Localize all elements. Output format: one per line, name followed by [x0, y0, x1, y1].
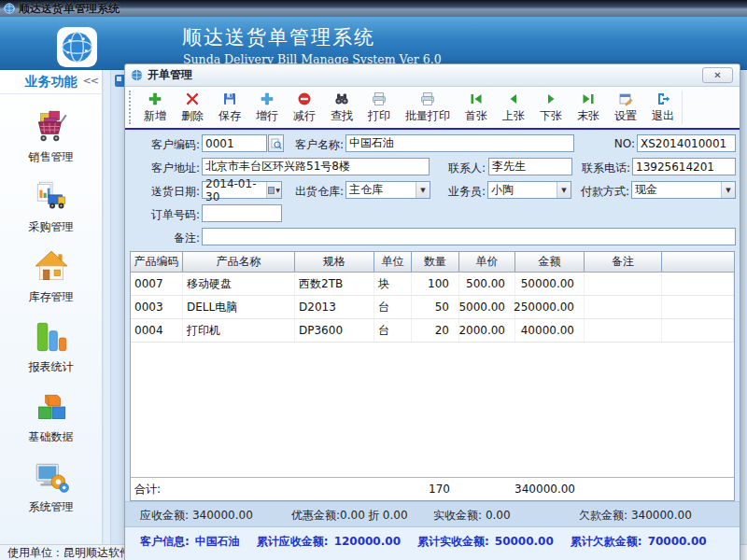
cell-qty: 20	[412, 319, 459, 342]
cell-unit: 块	[374, 273, 412, 295]
cell-remark	[585, 319, 662, 342]
cell-price: 5000.00	[459, 296, 515, 318]
app-banner: 顺达送货单管理系统 Sunda Delivery Bill Manage Sys…	[0, 17, 747, 70]
salesman-select[interactable]: 小陶 ▼	[487, 181, 571, 199]
sidebar-item-label: 销售管理	[29, 149, 74, 165]
cell-spec: 西数2TB	[295, 273, 374, 295]
cell-name: 移动硬盘	[183, 273, 295, 295]
toolbar-button-find[interactable]: 查找	[323, 87, 360, 128]
sidebar-item-reports[interactable]: 报表统计	[0, 312, 102, 382]
cum-debt-value: 70000.00	[648, 535, 707, 548]
cell-qty: 100	[412, 273, 459, 295]
chevron-down-icon: ▼	[721, 182, 735, 198]
sidebar-item-label: 采购管理	[29, 219, 74, 235]
sidebar-item-sales[interactable]: 销售管理	[0, 102, 102, 172]
cum-receivable-value: 120000.00	[334, 535, 401, 548]
customer-info-name: 中国石油	[195, 535, 240, 548]
customer-info-bar: 客户信息:中国石油累计应收金额:120000.00累计实收金额:50000.00…	[125, 526, 740, 560]
sidebar-item-label: 报表统计	[29, 359, 74, 375]
customer-address-input[interactable]	[202, 158, 430, 175]
close-icon: ✕	[713, 70, 721, 80]
cell-remark	[585, 296, 662, 318]
header-spec: 规格	[295, 252, 374, 272]
customer-info-label: 客户信息:	[140, 535, 190, 548]
toolbar-button-save[interactable]: 保存	[211, 87, 248, 128]
cell-code: 0003	[131, 296, 183, 318]
delivery-date-picker[interactable]: 2014-01-30 ▼	[202, 181, 282, 199]
sidebar-item-basedata[interactable]: 基础数据	[0, 382, 102, 452]
table-row[interactable]: 0004 打印机 DP3600 台 20 2000.00 40000.00	[131, 319, 734, 343]
settings-icon	[618, 91, 633, 106]
globe-icon	[4, 3, 15, 14]
toolbar-button-print[interactable]: 打印	[360, 87, 398, 128]
toolbar-button-last[interactable]: 末张	[570, 87, 607, 128]
app-logo-globe-icon	[56, 26, 98, 68]
customer-name-label: 客户名称:	[280, 137, 344, 153]
customer-name-input[interactable]	[345, 134, 574, 152]
dialog-title: 开单管理	[148, 67, 192, 83]
sidebar-item-system[interactable]: 系统管理	[0, 452, 102, 522]
toolbar-button-exit[interactable]: 退出	[644, 87, 682, 128]
toolbar-button-new[interactable]: 新增	[136, 87, 174, 128]
cell-amount: 40000.00	[515, 319, 585, 342]
toolbar-button-next[interactable]: 下张	[532, 87, 570, 128]
table-row[interactable]: 0003 DELL电脑 D2013 台 50 5000.00 250000.00	[131, 296, 734, 319]
printer-icon	[372, 91, 387, 106]
order-no-input[interactable]	[202, 204, 282, 222]
bar-chart-icon	[32, 317, 71, 357]
remove-row-icon	[297, 91, 312, 106]
sidebar-item-purchase[interactable]: 采购管理	[0, 172, 102, 242]
system-gear-icon	[32, 457, 71, 497]
warehouse-select[interactable]: 主仓库 ▼	[345, 181, 430, 199]
phone-label: 联系电话:	[567, 161, 630, 176]
cum-debt-label: 累计欠款金额:	[571, 535, 642, 548]
last-icon	[581, 91, 596, 106]
header-unit: 单位	[374, 252, 412, 272]
dialog-globe-icon	[131, 69, 143, 81]
os-titlebar[interactable]: 顺达送货单管理系统	[0, 0, 747, 17]
header-price: 单价	[459, 252, 515, 272]
sidebar-collapse-button[interactable]: <<	[83, 75, 98, 87]
save-icon	[222, 91, 237, 106]
customer-code-input[interactable]	[202, 134, 267, 152]
blocks-icon	[32, 387, 71, 427]
toolbar-button-remove-row[interactable]: 减行	[286, 87, 323, 128]
toolbar-button-settings[interactable]: 设置	[607, 87, 644, 128]
toolbar-button-batch-print[interactable]: 批量打印	[398, 87, 458, 128]
remark-input[interactable]	[202, 228, 736, 245]
table-row[interactable]: 0007 移动硬盘 西数2TB 块 100 500.00 50000.00	[131, 273, 734, 296]
order-no-label: 订单号码:	[131, 207, 200, 223]
toolbar-grip[interactable]	[129, 91, 134, 124]
next-icon	[543, 91, 558, 106]
cell-remark	[585, 273, 662, 295]
toolbar-end-divider	[682, 91, 683, 124]
warehouse-label: 出货仓库:	[280, 184, 344, 200]
toolbar-button-previous[interactable]: 上张	[495, 87, 532, 128]
phone-input[interactable]	[632, 158, 736, 175]
bill-no-input[interactable]	[637, 134, 736, 152]
contact-input[interactable]	[488, 158, 572, 175]
contact-label: 联系人:	[422, 161, 486, 176]
sidebar-header: 业务功能 <<	[0, 70, 102, 94]
discount-value: 0.00	[340, 509, 365, 522]
calendar-dropdown-icon[interactable]: ▼	[266, 182, 281, 198]
received-value: 0.00	[486, 509, 511, 522]
delivery-date-label: 送货日期:	[131, 184, 200, 200]
toolbar-button-delete[interactable]: 删除	[174, 87, 211, 128]
printer-icon	[420, 91, 435, 106]
sidebar-splitter[interactable]	[104, 70, 111, 544]
close-button[interactable]: ✕	[702, 67, 733, 83]
toolbar-button-first[interactable]: 首张	[458, 87, 495, 128]
sidebar-item-inventory[interactable]: 库存管理	[0, 242, 102, 312]
cell-filler	[662, 319, 734, 342]
payment-select[interactable]: 现金 ▼	[631, 181, 736, 199]
dialog-titlebar[interactable]: 开单管理 ✕	[125, 64, 740, 87]
toolbar-button-add-row[interactable]: 增行	[248, 87, 286, 128]
cell-price: 2000.00	[459, 319, 515, 342]
receivable-summary: 应收金额: 340000.00	[140, 508, 253, 524]
cell-code: 0004	[131, 319, 183, 342]
debt-value: 340000.00	[631, 509, 692, 522]
customer-code-label: 客户编码:	[131, 137, 200, 153]
received-summary: 实收金额: 0.00	[433, 508, 511, 524]
total-amount: 340000.00	[515, 478, 585, 500]
